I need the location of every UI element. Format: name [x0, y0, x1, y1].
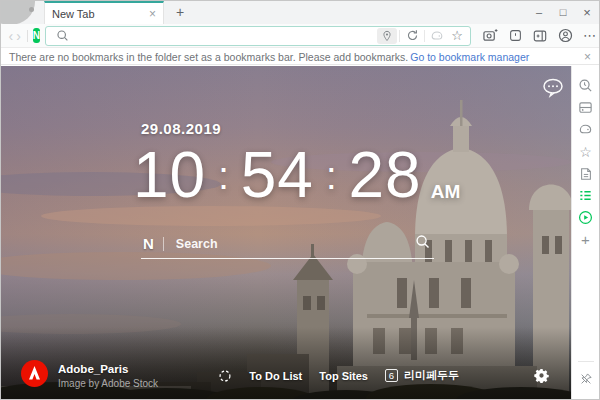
whale-icon[interactable] — [427, 28, 447, 44]
bookmarks-bar-close-icon[interactable]: × — [584, 50, 591, 64]
back-button[interactable]: ‹ — [7, 27, 15, 45]
sidebar-add-icon[interactable]: + — [577, 231, 595, 248]
address-input[interactable] — [72, 29, 377, 43]
todo-list-button[interactable]: To Do List — [249, 370, 302, 382]
reload-icon[interactable] — [402, 28, 422, 44]
address-divider — [399, 30, 400, 42]
whale-sidebar: ☆ + — [571, 66, 599, 399]
tab-new-tab[interactable]: New Tab × — [44, 1, 164, 24]
footer-right-cluster: To Do List Top Sites 6 리미페두두 — [218, 368, 549, 383]
close-window-button[interactable]: × — [575, 1, 599, 24]
menu-icon[interactable]: ⋯ — [581, 27, 599, 45]
sidebar-divider — [578, 361, 594, 362]
wallpaper-refresh-icon[interactable] — [218, 369, 232, 383]
toolbar: ‹ › N ☆ — [1, 24, 599, 48]
bookmark-manager-link[interactable]: Go to bookmark manager — [410, 51, 529, 63]
sidebar-toggle-icon[interactable] — [531, 27, 549, 45]
sidebar-checklist-icon[interactable] — [577, 187, 595, 204]
wallpaper-credit-block: Adobe_Paris Image by Adobe Stock — [21, 360, 158, 391]
location-pin-icon[interactable] — [377, 28, 397, 44]
sidebar-search-icon[interactable] — [577, 77, 595, 94]
capture-icon[interactable] — [481, 27, 499, 45]
sidebar-play-icon[interactable] — [577, 209, 595, 226]
address-divider-2 — [424, 30, 425, 42]
user-name: 리미페두두 — [404, 368, 459, 383]
sidebar-card-icon[interactable] — [577, 99, 595, 116]
clock-separator: : — [326, 157, 337, 195]
bookmarks-empty-message: There are no bookmarks in the folder set… — [9, 51, 408, 63]
search-submit-icon[interactable] — [415, 234, 430, 253]
new-tab-page: 29.08.2019 10 : 54 : 28 AM N Adob — [1, 66, 573, 399]
mobile-window-icon[interactable] — [506, 27, 524, 45]
talk-bubble-icon[interactable] — [541, 77, 565, 99]
desktop-corner-decoration — [0, 0, 35, 25]
naver-logo[interactable]: N — [33, 28, 40, 43]
user-badge: 6 — [385, 369, 398, 382]
top-sites-button[interactable]: Top Sites — [319, 370, 368, 382]
title-bar: New Tab × + – □ × — [1, 1, 599, 24]
search-icon — [52, 28, 72, 44]
sidebar-whale-icon[interactable] — [577, 121, 595, 138]
search-input[interactable] — [174, 236, 415, 252]
clock-hours: 10 — [133, 146, 206, 205]
clock-meridiem: AM — [431, 181, 461, 203]
forward-button[interactable]: › — [15, 27, 23, 45]
date-display: 29.08.2019 — [141, 120, 221, 137]
sidebar-bookmarks-icon[interactable]: ☆ — [577, 143, 595, 160]
clock-separator: : — [218, 157, 229, 195]
naver-search-logo: N — [143, 235, 154, 252]
browser-window: New Tab × + – □ × ‹ › N — [0, 0, 600, 400]
wallpaper-credit: Image by Adobe Stock — [58, 378, 158, 389]
bookmarks-bar: There are no bookmarks in the folder set… — [1, 49, 599, 65]
sidebar-scrapbook-icon[interactable] — [577, 165, 595, 182]
tab-close-icon[interactable]: × — [149, 8, 156, 20]
profile-icon[interactable] — [556, 27, 574, 45]
desktop-corner-dot — [29, 7, 34, 12]
window-controls: – □ × — [527, 1, 599, 24]
adobe-logo-icon — [21, 360, 48, 391]
wallpaper-title: Adobe_Paris — [58, 363, 158, 375]
search-divider — [163, 237, 164, 251]
maximize-button[interactable]: □ — [551, 1, 575, 24]
address-bar[interactable]: ☆ — [45, 26, 471, 46]
toolbar-right-buttons: ⋯ — [481, 27, 599, 45]
clock-minutes: 54 — [241, 146, 314, 205]
bookmark-star-icon[interactable]: ☆ — [447, 28, 467, 44]
wallpaper-search-bar[interactable]: N — [141, 233, 434, 259]
minimize-button[interactable]: – — [527, 1, 551, 24]
sidebar-unpin-icon[interactable] — [577, 370, 595, 388]
new-tab-button[interactable]: + — [172, 4, 188, 20]
clock-display: 10 : 54 : 28 AM — [133, 146, 460, 205]
clock-seconds: 28 — [349, 146, 422, 205]
tab-title: New Tab — [52, 8, 149, 20]
user-chip[interactable]: 6 리미페두두 — [385, 368, 459, 383]
footer-bar: Adobe_Paris Image by Adobe Stock To Do L… — [21, 360, 549, 391]
settings-gear-icon[interactable] — [534, 368, 549, 383]
